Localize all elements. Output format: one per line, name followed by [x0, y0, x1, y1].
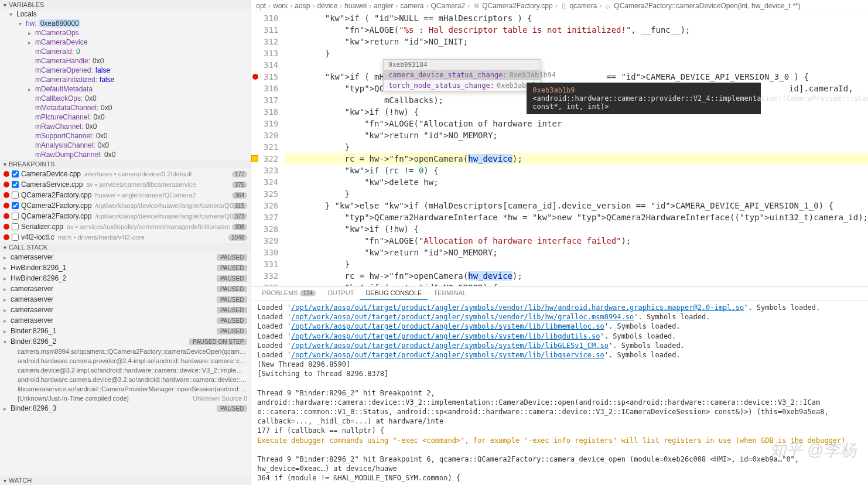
hover-inspect-popup[interactable]: 0xeb993184 camera_device_status_change:0…	[383, 59, 541, 91]
watch-section-header[interactable]: ▾ Watch	[0, 476, 251, 485]
code-line[interactable]: }	[285, 47, 868, 59]
code-line[interactable]: }	[285, 141, 868, 153]
breadcrumb-item[interactable]: opt	[256, 2, 266, 10]
thread-row[interactable]: ▸cameraserverPAUSED	[0, 305, 251, 315]
panel-tab-problems[interactable]: Problems124	[256, 286, 322, 300]
breadcrumb-item[interactable]: device	[317, 2, 337, 10]
line-number[interactable]: 315	[251, 71, 278, 83]
code-line[interactable]: "fn">ALOGE("Allocation of hardware inter	[285, 118, 868, 129]
code-line[interactable]: }	[285, 188, 868, 200]
code-line[interactable]: "kw">if ( mHalDescri == "id">CAMERA_DEVI…	[285, 71, 868, 83]
line-number[interactable]: 314	[251, 59, 278, 71]
variable-row[interactable]: mSupportChannel:0x0	[0, 131, 251, 141]
line-number[interactable]: 327	[251, 211, 278, 223]
thread-row[interactable]: ▸cameraserverPAUSED	[0, 315, 251, 326]
variable-row[interactable]: mRawChannel:0x0	[0, 122, 251, 131]
line-number[interactable]: 331	[251, 258, 278, 270]
line-number[interactable]: 333	[251, 282, 278, 286]
thread-row[interactable]: ▸cameraserverPAUSED	[0, 294, 251, 305]
breakpoint-row[interactable]: QCamera2Factory.cpp/opt/work/aosp/device…	[0, 211, 251, 221]
code-line[interactable]: "kw">if (!hw) {	[285, 223, 868, 235]
stack-frame[interactable]: [Unknown/Just-In-Time compiled code]Unkn…	[0, 394, 251, 403]
breakpoints-section-header[interactable]: ▾ Breakpoints	[0, 159, 251, 169]
code-line[interactable]: }	[285, 258, 868, 270]
line-number[interactable]: 326	[251, 200, 278, 211]
popup-row[interactable]: camera_device_status_change:0xeb3ab1b94	[384, 70, 541, 80]
thread-row[interactable]: ▾Binder:8296_2PAUSED ON STEP	[0, 336, 251, 347]
variable-row[interactable]: ▸mDefaultMetadata	[0, 84, 251, 94]
breakpoint-checkbox[interactable]	[12, 234, 19, 241]
breakpoint-checkbox[interactable]	[12, 223, 19, 230]
code-line[interactable]	[285, 59, 868, 71]
breadcrumb-item[interactable]: ◇QCamera2Factory::cameraDeviceOpen(int, …	[604, 2, 800, 10]
breakpoint-row[interactable]: CameraDevice.cppinterfaces • camera/devi…	[0, 169, 251, 179]
breadcrumb-item[interactable]: aosp	[295, 2, 310, 10]
panel-tab-terminal[interactable]: Terminal	[428, 286, 472, 300]
line-number[interactable]: 324	[251, 176, 278, 188]
variable-row[interactable]: mRawDumpChannel:0x0	[0, 150, 251, 159]
line-number[interactable]: 323	[251, 165, 278, 176]
stack-frame[interactable]: camera.msm8994.so!qcamera::QCamera2Facto…	[0, 347, 251, 356]
locals-scope[interactable]: ▾ Locals	[0, 9, 251, 19]
panel-tab-output[interactable]: Output	[322, 286, 360, 300]
thread-row[interactable]: ▸cameraserverPAUSED	[0, 284, 251, 294]
breadcrumb-item[interactable]: huawei	[344, 2, 367, 10]
breakpoint-checkbox[interactable]	[12, 202, 19, 209]
breadcrumb[interactable]: opt›work›aosp›device›huawei›angler›camer…	[251, 0, 868, 12]
stack-frame[interactable]: libcameraservice.so!android::CameraProvi…	[0, 384, 251, 394]
code-line[interactable]: rc = hw->"fn">openCamera(hw_device);	[285, 153, 868, 165]
panel-tab-debug-console[interactable]: Debug Console	[360, 286, 428, 300]
line-number[interactable]: 322	[251, 153, 278, 165]
line-number[interactable]: 329	[251, 235, 278, 247]
thread-row[interactable]: ▸Binder:8296_1PAUSED	[0, 326, 251, 336]
breakpoint-checkbox[interactable]	[12, 181, 19, 188]
breadcrumb-item[interactable]: {}qcamera	[560, 2, 597, 10]
breadcrumb-item[interactable]: angler	[374, 2, 393, 10]
popup-row[interactable]: torch_mode_status_change:0xeb3ab3f1	[384, 80, 541, 91]
line-number[interactable]: 319	[251, 118, 278, 129]
breadcrumb-item[interactable]: work	[273, 2, 288, 10]
code-line[interactable]: "kw">if ( "id">NULL == mHalDescriptors )…	[285, 12, 868, 24]
callstack-section-header[interactable]: ▾ Call Stack	[0, 243, 251, 252]
code-line[interactable]: } "kw">else "kw">if (mHalDescriptors[cam…	[285, 200, 868, 211]
breakpoint-row[interactable]: v4l2-ioctl.cmsm • drivers/media/v4l2-cor…	[0, 232, 251, 243]
code-line[interactable]: "fn">ALOGE("%s : Hal descriptor table is…	[285, 24, 868, 36]
line-number[interactable]: 332	[251, 270, 278, 282]
breakpoint-checkbox[interactable]	[12, 192, 19, 199]
breakpoint-row[interactable]: CameraService.cppav • services/camera/li…	[0, 179, 251, 190]
variable-row[interactable]: ▸mCameraDevice	[0, 37, 251, 47]
thread-row[interactable]: ▸HwBinder:8296_1PAUSED	[0, 262, 251, 273]
breadcrumb-item[interactable]: camera	[400, 2, 423, 10]
line-number[interactable]: 317	[251, 94, 278, 106]
line-number[interactable]: 313	[251, 47, 278, 59]
code-editor[interactable]: 3103113123133143153163173183193203213223…	[251, 12, 868, 286]
variable-row[interactable]: mAnalysisChannel:0x0	[0, 141, 251, 150]
line-number[interactable]: 311	[251, 24, 278, 36]
breakpoint-row[interactable]: QCamera2Factory.cpphuawei • angler/camer…	[0, 190, 251, 200]
variable-row[interactable]: mMetadataChannel:0x0	[0, 103, 251, 112]
variable-row[interactable]: mCameraInitialized:false	[0, 75, 251, 84]
code-line[interactable]: rc = hw->"fn">openCamera(hw_device);	[285, 270, 868, 282]
code-line[interactable]: "kw">if (rc != "id">NO_ERROR) {	[285, 282, 868, 286]
line-number[interactable]: 316	[251, 83, 278, 94]
variable-row[interactable]: mCameraOpened:false	[0, 66, 251, 75]
variable-row[interactable]: mCallbackOps:0x0	[0, 94, 251, 103]
line-number[interactable]: 330	[251, 247, 278, 258]
code-line[interactable]: "typ">QCamera2HardwareInterface *hw = "k…	[285, 211, 868, 223]
code-line[interactable]: "kw">return "id">NO_INIT;	[285, 36, 868, 47]
breadcrumb-item[interactable]: QCamera2	[430, 2, 465, 10]
stack-frame[interactable]: android.hardware.camera.provider@2.4-imp…	[0, 356, 251, 366]
variable-row[interactable]: ▸mCameraOps	[0, 28, 251, 37]
line-number[interactable]: 312	[251, 36, 278, 47]
breakpoint-checkbox[interactable]	[12, 170, 19, 177]
code-line[interactable]: "kw">if (rc != 0) {	[285, 165, 868, 176]
breakpoint-row[interactable]: QCamera2Factory.cpp/opt/work/aosp/device…	[0, 200, 251, 211]
variable-hw[interactable]: ▾ hw: 0xea680000	[0, 19, 251, 28]
breakpoint-row[interactable]: Serializer.cppav • services/audiopolicy/…	[0, 221, 251, 232]
line-number[interactable]: 318	[251, 106, 278, 118]
debug-console-output[interactable]: Loaded '/opt/work/aosp/out/target/produc…	[251, 300, 868, 485]
thread-row[interactable]: ▸cameraserverPAUSED	[0, 252, 251, 262]
line-number[interactable]: 321	[251, 141, 278, 153]
thread-row[interactable]: ▸Binder:8296_3PAUSED	[0, 403, 251, 414]
code-line[interactable]: "kw">delete hw;	[285, 176, 868, 188]
